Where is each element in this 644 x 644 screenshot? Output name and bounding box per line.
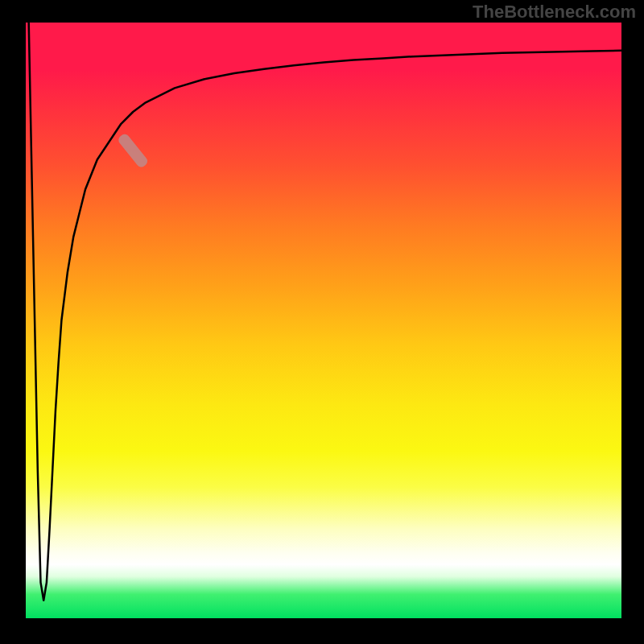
highlight-segment bbox=[117, 132, 150, 169]
watermark-text: TheBottleneck.com bbox=[473, 2, 636, 23]
plot-area bbox=[26, 23, 621, 618]
curve-svg bbox=[26, 23, 621, 618]
bottleneck-curve bbox=[29, 23, 621, 601]
